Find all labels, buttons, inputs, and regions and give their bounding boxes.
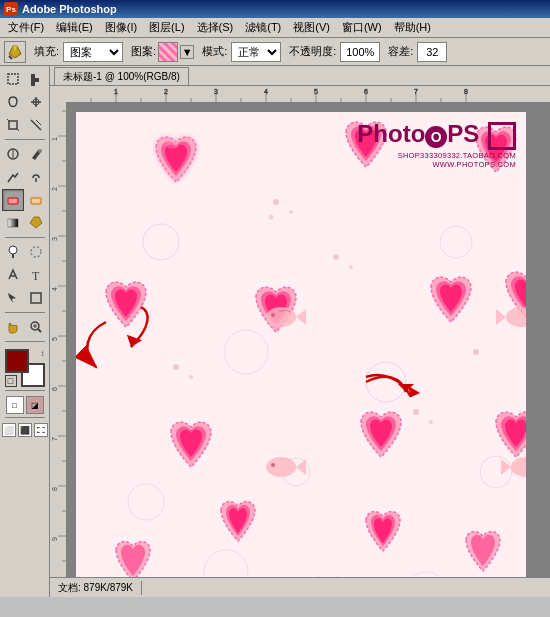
fill-dropdown[interactable]: 图案 前景色 背景色 — [63, 42, 123, 62]
tool-row-7 — [2, 212, 47, 234]
blur-tool[interactable] — [25, 241, 47, 263]
tool-row-11 — [2, 316, 47, 338]
tool-row-10 — [2, 287, 47, 309]
quickmask-mode-button[interactable]: ◪ — [26, 396, 44, 414]
brush-tool[interactable] — [25, 143, 47, 165]
document-tab[interactable]: 未标题-1 @ 100%(RGB/8) — [54, 67, 189, 85]
svg-text:5: 5 — [314, 88, 318, 95]
opacity-input[interactable]: 100% — [340, 42, 380, 62]
path-selection-tool[interactable] — [2, 287, 24, 309]
menu-image[interactable]: 图像(I) — [99, 18, 143, 37]
tool-row-3 — [2, 114, 47, 136]
svg-point-98 — [429, 420, 433, 424]
svg-point-101 — [333, 254, 339, 260]
standard-screen-button[interactable]: ⬜ — [2, 423, 16, 437]
watermark-circle-o: O — [425, 126, 447, 148]
tool-row-9: T — [2, 264, 47, 286]
svg-rect-17 — [8, 198, 18, 204]
tolerance-input[interactable]: 32 — [417, 42, 447, 62]
standard-mode-button[interactable]: □ — [6, 396, 24, 414]
bucket-tool-icon[interactable] — [4, 41, 26, 63]
tool-row-5 — [2, 166, 47, 188]
hand-tool[interactable] — [2, 316, 24, 338]
menu-edit[interactable]: 编辑(E) — [50, 18, 99, 37]
menu-view[interactable]: 视图(V) — [287, 18, 336, 37]
menu-help[interactable]: 帮助(H) — [388, 18, 437, 37]
reset-colors-button[interactable]: □ — [5, 375, 17, 387]
full-screen-button[interactable]: ⛶ — [34, 423, 48, 437]
menu-layer[interactable]: 图层(L) — [143, 18, 190, 37]
crop-tool[interactable] — [2, 114, 24, 136]
svg-line-11 — [31, 120, 41, 130]
svg-text:8: 8 — [464, 88, 468, 95]
svg-line-12 — [36, 120, 41, 125]
clone-stamp-tool[interactable] — [2, 166, 24, 188]
svg-point-102 — [349, 265, 353, 269]
foreground-color-swatch[interactable] — [5, 349, 29, 373]
document-tab-label: 未标题-1 @ 100%(RGB/8) — [63, 70, 180, 84]
svg-text:6: 6 — [51, 387, 58, 391]
svg-point-89 — [128, 484, 164, 520]
menu-select[interactable]: 选择(S) — [191, 18, 240, 37]
pen-tool[interactable] — [2, 264, 24, 286]
move-tool[interactable] — [25, 68, 47, 90]
svg-rect-8 — [9, 121, 17, 129]
svg-text:5: 5 — [51, 337, 58, 341]
text-tool[interactable]: T — [25, 264, 47, 286]
menu-bar: 文件(F) 编辑(E) 图像(I) 图层(L) 选择(S) 滤镜(T) 视图(V… — [0, 18, 550, 38]
svg-point-87 — [440, 226, 472, 258]
svg-text:2: 2 — [164, 88, 168, 95]
svg-point-113 — [271, 463, 275, 467]
svg-text:4: 4 — [264, 88, 268, 95]
svg-marker-119 — [123, 335, 141, 350]
svg-point-111 — [266, 457, 296, 477]
svg-rect-3 — [8, 74, 18, 84]
canvas-svg — [76, 112, 526, 577]
svg-point-96 — [269, 215, 274, 220]
menu-file[interactable]: 文件(F) — [2, 18, 50, 37]
lasso-tool[interactable] — [2, 91, 24, 113]
healing-brush-tool[interactable] — [2, 143, 24, 165]
mode-dropdown[interactable]: 正常 — [231, 42, 281, 62]
watermark: PhotoOPS SHOP333309332.TAOBAO.COM WWW.PH… — [357, 122, 516, 169]
canvas-wrapper: // Ruler ticks drawn via JS below 1 2 3 … — [50, 86, 550, 577]
fill-label: 填充: — [34, 44, 59, 59]
shape-tool[interactable] — [25, 287, 47, 309]
magic-wand-tool[interactable] — [25, 91, 47, 113]
menu-filter[interactable]: 滤镜(T) — [239, 18, 287, 37]
bg-eraser-tool[interactable] — [25, 189, 47, 211]
svg-point-107 — [271, 313, 275, 317]
slice-tool[interactable] — [25, 114, 47, 136]
svg-text:8: 8 — [51, 487, 58, 491]
rectangular-marquee-tool[interactable] — [2, 68, 24, 90]
full-screen-menu-button[interactable]: ⬛ — [18, 423, 32, 437]
svg-text:7: 7 — [51, 437, 58, 441]
photoshop-canvas[interactable]: PhotoOPS SHOP333309332.TAOBAO.COM WWW.PH… — [76, 112, 526, 577]
history-brush-tool[interactable] — [25, 166, 47, 188]
zoom-tool[interactable] — [25, 316, 47, 338]
canvas-area: 未标题-1 @ 100%(RGB/8) // Ruler ticks drawn… — [50, 66, 550, 597]
swap-colors-button[interactable]: ↕ — [41, 349, 45, 358]
svg-rect-18 — [31, 198, 41, 204]
watermark-photo: Photo — [357, 120, 425, 147]
ruler-left: 1 2 3 4 5 6 7 8 9 — [50, 86, 66, 577]
svg-marker-109 — [496, 309, 506, 325]
svg-rect-30 — [66, 86, 550, 102]
tool-row-4 — [2, 143, 47, 165]
svg-rect-55 — [50, 86, 66, 577]
menu-window[interactable]: 窗口(W) — [336, 18, 388, 37]
pattern-dropdown-arrow[interactable]: ▼ — [180, 45, 194, 59]
arrow-indicator-1 — [101, 302, 151, 364]
svg-line-27 — [38, 329, 41, 332]
svg-point-93 — [406, 572, 446, 577]
svg-point-86 — [224, 330, 268, 374]
paint-bucket-tool[interactable] — [25, 212, 47, 234]
gradient-tool[interactable] — [2, 212, 24, 234]
svg-point-97 — [413, 409, 419, 415]
pattern-swatch[interactable] — [158, 42, 178, 62]
ruler-top: // Ruler ticks drawn via JS below 1 2 3 … — [66, 86, 550, 102]
canvas-content[interactable]: PhotoOPS SHOP333309332.TAOBAO.COM WWW.PH… — [66, 102, 550, 577]
dodge-tool[interactable] — [2, 241, 24, 263]
svg-text:1: 1 — [51, 137, 58, 141]
eraser-tool[interactable] — [2, 189, 24, 211]
